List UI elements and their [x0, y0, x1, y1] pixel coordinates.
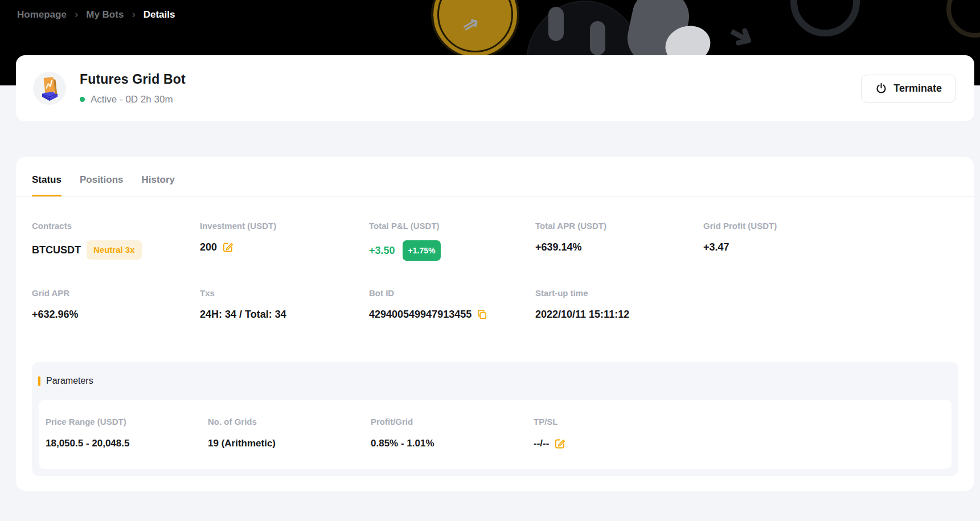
- chevron-right-icon: ›: [132, 8, 135, 20]
- terminate-button[interactable]: Terminate: [861, 75, 956, 102]
- parameters-title: Parameters: [46, 376, 93, 386]
- param-label: Profit/Grid: [371, 417, 534, 427]
- stat-startup-time: Start-up time 2022/10/11 15:11:12: [535, 288, 703, 321]
- arrow-illustration: [727, 23, 757, 51]
- stat-grid-apr: Grid APR +632.96%: [32, 288, 200, 321]
- copy-bot-id-button[interactable]: [477, 309, 487, 320]
- green-dot-icon: [80, 97, 85, 102]
- copy-icon: [477, 309, 487, 320]
- total-pnl-value: +3.50: [369, 244, 395, 257]
- leverage-badge: Neutral 3x: [87, 240, 142, 260]
- bot-details-card: Status Positions History Contracts BTCUS…: [16, 157, 974, 491]
- stat-txs: Txs 24H: 34 / Total: 34: [200, 288, 369, 321]
- stat-label: Total APR (USDT): [535, 221, 703, 231]
- grid-apr-value: +632.96%: [32, 307, 79, 321]
- param-profit-grid: Profit/Grid 0.85% - 1.01%: [371, 417, 534, 450]
- param-label: No. of Grids: [208, 417, 371, 427]
- stat-total-pnl: Total P&L (USDT) +3.50 +1.75%: [369, 221, 535, 261]
- bot-avatar: [33, 72, 66, 105]
- breadcrumb: Homepage › My Bots › Details: [0, 0, 980, 21]
- no-of-grids-value: 19 (Arithmetic): [208, 437, 276, 450]
- param-no-of-grids: No. of Grids 19 (Arithmetic): [208, 417, 371, 450]
- pnl-percent-badge: +1.75%: [403, 240, 441, 261]
- tab-positions[interactable]: Positions: [80, 174, 124, 196]
- stat-label: Txs: [200, 288, 369, 298]
- stat-label: Grid Profit (USDT): [703, 221, 958, 231]
- tp-sl-value: --/--: [534, 437, 549, 450]
- parameters-panel: Price Range (USDT) 18,050.5 - 20,048.5 N…: [39, 400, 952, 469]
- stat-bot-id: Bot ID 429400549947913455: [369, 288, 535, 321]
- accent-bar: [38, 376, 40, 386]
- bot-status-text: Active - 0D 2h 30m: [91, 94, 173, 105]
- page-title: Futures Grid Bot: [80, 72, 186, 87]
- power-icon: [875, 83, 887, 95]
- param-price-range: Price Range (USDT) 18,050.5 - 20,048.5: [46, 417, 208, 450]
- breadcrumb-homepage[interactable]: Homepage: [17, 9, 67, 20]
- stat-label: Bot ID: [369, 288, 535, 298]
- startup-time-value: 2022/10/11 15:11:12: [535, 307, 629, 321]
- edit-tp-sl-button[interactable]: [554, 438, 565, 449]
- total-apr-value: +639.14%: [535, 240, 582, 254]
- param-label: TP/SL: [534, 417, 945, 427]
- edit-icon: [222, 241, 233, 253]
- edit-icon: [554, 438, 565, 449]
- tab-status[interactable]: Status: [32, 174, 61, 196]
- stats-grid: Contracts BTCUSDT Neutral 3x Investment …: [16, 221, 974, 321]
- bot-header-card: Futures Grid Bot Active - 0D 2h 30m Term…: [16, 55, 974, 121]
- breadcrumb-my-bots[interactable]: My Bots: [86, 9, 124, 20]
- stat-investment: Investment (USDT) 200: [200, 221, 369, 261]
- stat-label: Total P&L (USDT): [369, 221, 535, 231]
- grid-bot-icon: [36, 75, 63, 101]
- tab-bar: Status Positions History: [16, 157, 974, 197]
- txs-value: 24H: 34 / Total: 34: [200, 307, 286, 321]
- bot-id-value: 429400549947913455: [369, 307, 471, 321]
- stat-label: Investment (USDT): [200, 221, 369, 231]
- stat-grid-profit: Grid Profit (USDT) +3.47: [703, 221, 958, 261]
- price-range-value: 18,050.5 - 20,048.5: [46, 437, 129, 450]
- grid-profit-value: +3.47: [703, 240, 729, 254]
- stat-contracts: Contracts BTCUSDT Neutral 3x: [32, 221, 200, 261]
- param-tp-sl: TP/SL --/--: [534, 417, 945, 450]
- stat-label: Contracts: [32, 221, 200, 231]
- investment-value: 200: [200, 240, 217, 254]
- tab-history[interactable]: History: [141, 174, 175, 196]
- chevron-right-icon: ›: [75, 8, 78, 20]
- breadcrumb-details: Details: [143, 9, 175, 20]
- stat-label: Start-up time: [535, 288, 703, 298]
- stat-total-apr: Total APR (USDT) +639.14%: [535, 221, 703, 261]
- profit-grid-value: 0.85% - 1.01%: [371, 437, 434, 450]
- contracts-value: BTCUSDT: [32, 243, 81, 257]
- edit-investment-button[interactable]: [222, 241, 233, 253]
- robot-eye: [590, 21, 605, 55]
- terminate-label: Terminate: [893, 83, 942, 95]
- parameters-section: Parameters Price Range (USDT) 18,050.5 -…: [32, 362, 958, 476]
- param-label: Price Range (USDT): [46, 417, 208, 427]
- stat-label: Grid APR: [32, 288, 200, 298]
